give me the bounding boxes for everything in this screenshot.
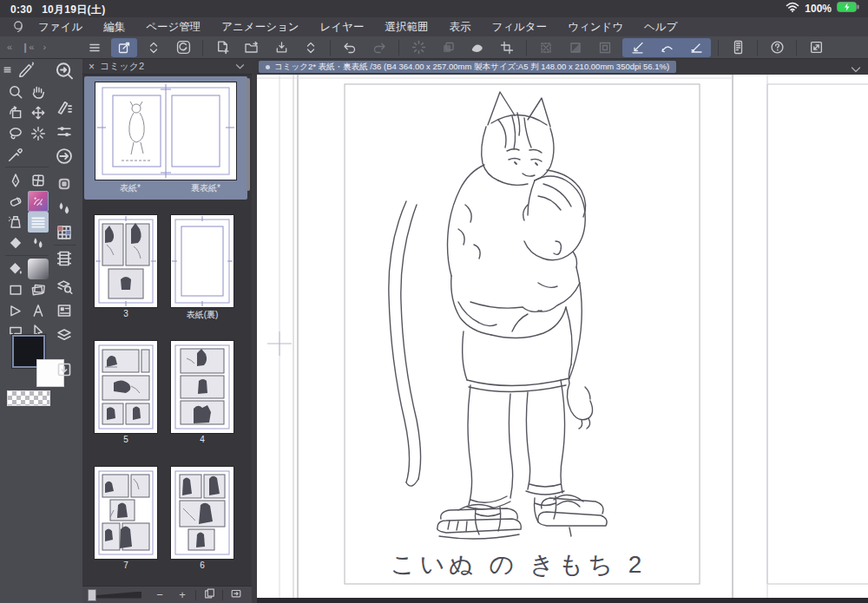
menu-file[interactable]: ファイル (28, 20, 93, 35)
hand-tool-icon[interactable] (28, 82, 49, 102)
palette-menu-icon[interactable] (0, 59, 17, 80)
open-file-icon[interactable] (239, 38, 265, 57)
page-label-7[interactable]: 7 (95, 560, 157, 570)
page-label-cover-inside[interactable]: 表紙(裏) (171, 309, 233, 321)
page-row-cover-spread[interactable]: 表紙* 裏表紙* (84, 76, 247, 200)
page-list-scrollbar[interactable] (247, 78, 250, 191)
snap-to-special-ruler-icon[interactable] (654, 38, 680, 57)
polyline-tool-icon[interactable] (5, 300, 26, 321)
current-tool-pencil-icon[interactable] (16, 59, 36, 80)
thumbnail-size-slider[interactable] (88, 589, 141, 601)
transparent-color-swatch[interactable] (7, 390, 50, 406)
page-5-thumbnail[interactable] (95, 341, 157, 433)
menu-edit[interactable]: 編集 (93, 20, 135, 35)
fill-bucket-tool-icon[interactable] (5, 259, 26, 279)
figure-tool-icon[interactable] (5, 279, 26, 300)
sub-tool-detail-palette-icon[interactable] (54, 174, 75, 194)
page-4-thumbnail[interactable] (171, 341, 233, 433)
airbrush-tool-icon[interactable] (5, 212, 26, 233)
save-icon[interactable] (268, 38, 294, 57)
eraser-tool-icon[interactable] (5, 191, 26, 212)
spread-view-toggle-icon[interactable] (225, 587, 247, 602)
thumbnail-zoom-in-button[interactable]: + (171, 588, 194, 601)
menu-page-manage[interactable]: ページ管理 (135, 20, 211, 35)
pattern-brush-tool-icon[interactable] (28, 212, 49, 233)
page-label-4[interactable]: 4 (171, 435, 233, 444)
cover-spread-thumbnail[interactable] (95, 82, 236, 180)
slider-handle[interactable] (88, 589, 96, 601)
toolbar-expand-chevrons-icon[interactable] (141, 38, 167, 57)
zoom-tool-icon[interactable] (5, 82, 26, 102)
blend-tool-icon[interactable] (28, 233, 49, 253)
menu-animation[interactable]: アニメーション (211, 20, 309, 35)
page-label-5[interactable]: 5 (95, 435, 157, 444)
thumbnail-zoom-out-button[interactable]: − (148, 588, 171, 601)
decoration-tool-selected[interactable] (28, 191, 49, 212)
fill-blob-icon[interactable] (464, 38, 490, 57)
timeline-palette-icon[interactable] (54, 248, 75, 269)
menu-window[interactable]: ウィンドウ (557, 20, 634, 35)
rotate-canvas-tool-icon[interactable] (5, 102, 26, 123)
sub-tool-palette-icon[interactable] (54, 97, 75, 118)
help-icon[interactable] (764, 38, 790, 57)
layer-palette-icon[interactable] (54, 324, 75, 345)
invert-selection-icon[interactable] (562, 38, 589, 57)
color-set-palette-icon[interactable] (54, 222, 75, 243)
toolbar-collapse-controls[interactable]: «❙«› (0, 42, 80, 53)
tool-property-palette-icon[interactable] (54, 121, 75, 142)
panel-frame-tool-icon[interactable] (28, 170, 49, 191)
text-tool-icon[interactable] (28, 300, 49, 321)
new-page-icon[interactable] (209, 38, 235, 57)
undo-icon[interactable] (337, 38, 363, 57)
page-label-back-cover[interactable]: 裏表紙* (171, 182, 240, 194)
navigator-palette-icon[interactable] (54, 146, 75, 167)
edit-in-app-icon[interactable] (111, 38, 137, 57)
menu-selection[interactable]: 選択範囲 (374, 20, 438, 35)
clip-studio-logo-icon[interactable] (9, 20, 28, 34)
fullscreen-icon[interactable] (803, 38, 829, 57)
panel-collapse-chevron-icon[interactable] (235, 62, 245, 72)
page-label-3[interactable]: 3 (95, 309, 157, 318)
menu-layer[interactable]: レイヤー (310, 20, 375, 35)
snapshot-icon[interactable] (435, 38, 461, 57)
material-palette-icon[interactable] (54, 359, 75, 380)
lasso-select-tool-icon[interactable] (5, 123, 26, 144)
crop-trim-icon[interactable] (494, 38, 520, 57)
menu-view[interactable]: 表示 (438, 20, 481, 35)
page-6-thumbnail[interactable] (171, 467, 233, 559)
quick-zoom-icon[interactable] (54, 61, 75, 82)
pen-tool-icon[interactable] (5, 170, 26, 191)
redo-icon[interactable] (366, 38, 392, 57)
move-tool-icon[interactable] (28, 102, 49, 123)
menu-help[interactable]: ヘルプ (634, 20, 687, 35)
canvas-viewport[interactable]: こいぬ の きもち 2 (252, 75, 868, 603)
decoration-diamond-tool-icon[interactable] (5, 233, 26, 253)
menu-filter[interactable]: フィルター (481, 20, 557, 35)
layer-search-palette-icon[interactable] (54, 276, 75, 297)
main-menu-icon[interactable] (82, 38, 108, 57)
page-label-6[interactable]: 6 (171, 560, 233, 570)
tab-close-icon[interactable]: × (89, 61, 95, 73)
snap-to-grid-icon[interactable] (683, 38, 709, 57)
page-label-cover[interactable]: 表紙* (100, 182, 161, 194)
page-3-thumbnail[interactable] (95, 215, 157, 307)
clip-studio-home-icon[interactable] (170, 38, 196, 57)
document-title-pill[interactable]: コミック2* 表紙・裏表紙 /36 (B4 364.00 x 257.00mm … (259, 61, 676, 73)
color-blend-palette-icon[interactable] (54, 198, 75, 219)
gradient-tool-icon[interactable] (28, 259, 49, 279)
page-cover-inside-thumbnail[interactable] (171, 215, 233, 307)
magic-wand-tool-icon[interactable] (28, 123, 49, 144)
selection-border-icon[interactable] (592, 38, 618, 57)
eyedropper-tool-icon[interactable] (5, 144, 26, 165)
page-manager-panel: × コミック2 (82, 59, 252, 603)
deselect-icon[interactable] (533, 38, 559, 57)
save-options-chevrons-icon[interactable] (298, 38, 324, 57)
layer-property-palette-icon[interactable] (54, 300, 75, 321)
page-view-mode-icon[interactable] (198, 587, 220, 602)
page-7-thumbnail[interactable] (95, 467, 157, 559)
page-panel-tab-title[interactable]: コミック2 (100, 60, 144, 73)
unsaved-dot-icon (266, 65, 270, 69)
edge-keyboard-icon[interactable] (725, 38, 751, 57)
snap-to-ruler-icon[interactable] (624, 38, 650, 57)
frame-border-tool-icon[interactable] (28, 279, 49, 300)
